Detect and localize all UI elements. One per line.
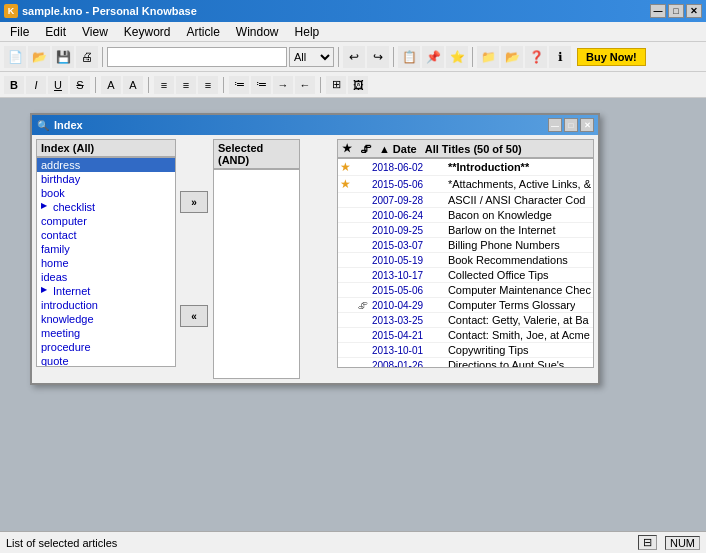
article-row[interactable]: 2010-05-19Book Recommendations	[338, 253, 593, 268]
keyword-item[interactable]: book	[37, 186, 175, 200]
search-type-select[interactable]: All	[289, 47, 334, 67]
menu-keyword[interactable]: Keyword	[116, 23, 179, 41]
outdent-button[interactable]: ←	[295, 76, 315, 94]
number-list-button[interactable]: ≔	[251, 76, 271, 94]
save-button[interactable]: 💾	[52, 46, 74, 68]
keyword-item[interactable]: procedure	[37, 340, 175, 354]
keyword-item[interactable]: quote	[37, 354, 175, 367]
article-row[interactable]: 2010-09-25Barlow on the Internet	[338, 223, 593, 238]
star-button[interactable]: ⭐	[446, 46, 468, 68]
menu-help[interactable]: Help	[287, 23, 328, 41]
article-row[interactable]: 2013-10-17Collected Office Tips	[338, 268, 593, 283]
keywords-list[interactable]: addressbirthdaybook▶checklistcomputercon…	[36, 157, 176, 367]
keywords-panel: Index (All) addressbirthdaybook▶checklis…	[36, 139, 176, 379]
article-row[interactable]: ★2018-06-02**Introduction**	[338, 159, 593, 176]
keyword-item[interactable]: birthday	[37, 172, 175, 186]
underline-button[interactable]: U	[48, 76, 68, 94]
keyword-item[interactable]: computer	[37, 214, 175, 228]
article-row[interactable]: 2007-09-28ASCII / ANSI Character Cod	[338, 193, 593, 208]
index-close-button[interactable]: ✕	[580, 118, 594, 132]
status-bar: List of selected articles ⊟ NUM	[0, 531, 706, 553]
undo-button[interactable]: ↩	[343, 46, 365, 68]
article-row[interactable]: 2015-03-07Billing Phone Numbers	[338, 238, 593, 253]
remove-keyword-button[interactable]: «	[180, 305, 208, 327]
folder-button[interactable]: 📁	[477, 46, 499, 68]
italic-button[interactable]: I	[26, 76, 46, 94]
add-keyword-button[interactable]: »	[180, 191, 208, 213]
keyword-item[interactable]: ▶Internet	[37, 284, 175, 298]
articles-panel-header: ★ 🖇 ▲ Date All Titles (50 of 50)	[337, 139, 594, 158]
article-row[interactable]: 2015-05-06Computer Maintenance Chec	[338, 283, 593, 298]
articles-table[interactable]: ★2018-06-02**Introduction**★2015-05-06*A…	[337, 158, 594, 368]
fmt-sep-4	[320, 77, 321, 93]
maximize-button[interactable]: □	[668, 4, 684, 18]
open-button[interactable]: 📂	[28, 46, 50, 68]
close-button[interactable]: ✕	[686, 4, 702, 18]
article-row[interactable]: 2013-10-01Copywriting Tips	[338, 343, 593, 358]
align-center-button[interactable]: ≡	[176, 76, 196, 94]
article-title: Contact: Getty, Valerie, at Ba	[448, 314, 589, 326]
article-row[interactable]: 2010-06-24Bacon on Knowledge	[338, 208, 593, 223]
copy-button[interactable]: 📋	[398, 46, 420, 68]
menu-edit[interactable]: Edit	[37, 23, 74, 41]
articles-panel: ★ 🖇 ▲ Date All Titles (50 of 50) ★2018-0…	[337, 139, 594, 379]
separator-1	[102, 47, 103, 67]
help-button[interactable]: ❓	[525, 46, 547, 68]
info-button[interactable]: ℹ	[549, 46, 571, 68]
new-button[interactable]: 📄	[4, 46, 26, 68]
image-button[interactable]: 🖼	[348, 76, 368, 94]
article-date: 2010-09-25	[372, 225, 444, 236]
keyword-item[interactable]: home	[37, 256, 175, 270]
keyword-item[interactable]: ideas	[37, 270, 175, 284]
print-button[interactable]: 🖨	[76, 46, 98, 68]
app-icon: K	[4, 4, 18, 18]
article-title: Bacon on Knowledge	[448, 209, 552, 221]
article-row[interactable]: ★2015-05-06*Attachments, Active Links, &	[338, 176, 593, 193]
keyword-item[interactable]: meeting	[37, 326, 175, 340]
index-window-title: Index	[54, 119, 83, 131]
menu-article[interactable]: Article	[179, 23, 228, 41]
article-date: 2015-03-07	[372, 240, 444, 251]
article-row[interactable]: 2015-04-21Contact: Smith, Joe, at Acme	[338, 328, 593, 343]
keyword-item[interactable]: knowledge	[37, 312, 175, 326]
article-date: 2013-10-01	[372, 345, 444, 356]
strikethrough-button[interactable]: S	[70, 76, 90, 94]
indent-button[interactable]: →	[273, 76, 293, 94]
index-minimize-button[interactable]: —	[548, 118, 562, 132]
minimize-button[interactable]: —	[650, 4, 666, 18]
separator-2	[338, 47, 339, 67]
folder2-button[interactable]: 📂	[501, 46, 523, 68]
selected-list[interactable]	[213, 169, 300, 379]
article-date: 2007-09-28	[372, 195, 444, 206]
font-color-button[interactable]: A	[101, 76, 121, 94]
article-date: 2010-05-19	[372, 255, 444, 266]
table-button[interactable]: ⊞	[326, 76, 346, 94]
menu-window[interactable]: Window	[228, 23, 287, 41]
menu-view[interactable]: View	[74, 23, 116, 41]
article-row[interactable]: 2013-03-25Contact: Getty, Valerie, at Ba	[338, 313, 593, 328]
star-col-header: ★	[342, 142, 352, 155]
align-left-button[interactable]: ≡	[154, 76, 174, 94]
highlight-button[interactable]: A	[123, 76, 143, 94]
keyword-item[interactable]: address	[37, 158, 175, 172]
bullet-list-button[interactable]: ≔	[229, 76, 249, 94]
keyword-item[interactable]: introduction	[37, 298, 175, 312]
menu-file[interactable]: File	[2, 23, 37, 41]
search-input[interactable]	[107, 47, 287, 67]
article-row[interactable]: 2008-01-26Directions to Aunt Sue's	[338, 358, 593, 368]
paste-button[interactable]: 📌	[422, 46, 444, 68]
clip-col-header: 🖇	[360, 143, 371, 155]
fmt-sep-1	[95, 77, 96, 93]
bold-button[interactable]: B	[4, 76, 24, 94]
keyword-item[interactable]: contact	[37, 228, 175, 242]
buy-now-button[interactable]: Buy Now!	[577, 48, 646, 66]
redo-button[interactable]: ↪	[367, 46, 389, 68]
index-maximize-button[interactable]: □	[564, 118, 578, 132]
keyword-item[interactable]: ▶checklist	[37, 200, 175, 214]
article-date: 2008-01-26	[372, 360, 444, 369]
window-panels: Index (All) addressbirthdaybook▶checklis…	[36, 139, 594, 379]
align-right-button[interactable]: ≡	[198, 76, 218, 94]
article-row[interactable]: 🖇2010-04-29Computer Terms Glossary	[338, 298, 593, 313]
num-lock-indicator: NUM	[665, 536, 700, 550]
keyword-item[interactable]: family	[37, 242, 175, 256]
